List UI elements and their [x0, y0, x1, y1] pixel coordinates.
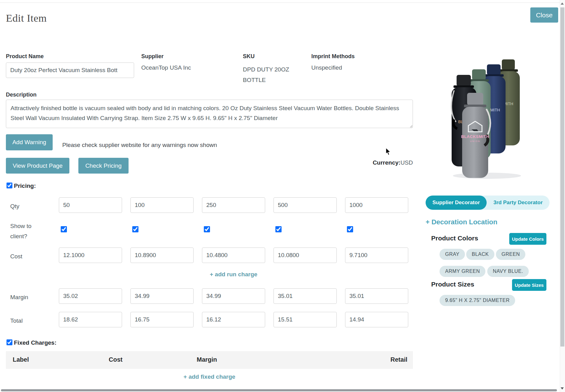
color-chip-navy-blue: NAVY BLUE. — [487, 266, 529, 277]
margin-input-4[interactable] — [274, 288, 337, 304]
fc-header-label: Label — [13, 356, 29, 363]
show-to-client-checkbox-5[interactable] — [347, 226, 353, 232]
modal-top-border — [0, 2, 560, 3]
show-to-client-checkbox-1[interactable] — [61, 226, 67, 232]
imprint-methods-label: Imprint Methods — [311, 53, 355, 60]
product-colors-label: Product Colors — [431, 235, 478, 242]
cost-input-2[interactable] — [130, 248, 194, 263]
imprint-methods-value: Unspecified — [311, 64, 342, 71]
margin-input-5[interactable] — [345, 288, 408, 304]
scroll-up-icon[interactable] — [561, 2, 564, 5]
bottle-gray-front: BLACKSMITH UNION — [461, 93, 490, 178]
margin-row-label: Margin — [10, 292, 41, 302]
fixed-charges-section-label: Fixed Charges: — [14, 339, 56, 346]
show-to-client-checkbox-4[interactable] — [275, 226, 282, 232]
product-name-label: Product Name — [6, 53, 44, 60]
description-textarea[interactable]: Attractively finished bottle is vacuum s… — [6, 100, 413, 128]
scroll-down-icon[interactable] — [561, 387, 564, 390]
cost-row-label: Cost — [10, 251, 41, 261]
cost-input-4[interactable] — [274, 248, 337, 263]
qty-row-label: Qty — [10, 201, 41, 211]
supplier-value: OceanTop USA Inc — [141, 64, 191, 71]
fc-header-cost: Cost — [109, 356, 122, 363]
qty-input-2[interactable] — [130, 197, 194, 213]
product-name-input[interactable] — [6, 62, 134, 78]
qty-input-4[interactable] — [274, 197, 337, 213]
supplier-label: Supplier — [141, 53, 164, 60]
total-row-label: Total — [10, 316, 41, 326]
add-fixed-charge-link[interactable]: + add fixed charge — [6, 373, 413, 380]
fixed-charges-section-checkbox[interactable] — [7, 339, 12, 345]
svg-text:UNION: UNION — [470, 140, 480, 142]
fixed-charges-header-row: Label Cost Margin Retail — [6, 351, 413, 369]
tab-supplier-decorator[interactable]: Supplier Decorator — [426, 196, 487, 210]
fc-header-retail: Retail — [391, 356, 407, 363]
edit-item-modal: Edit Item Close Product Name Supplier SK… — [0, 0, 565, 392]
vertical-scrollbar[interactable] — [560, 0, 565, 392]
update-sizes-button[interactable]: Update Sizes — [512, 279, 546, 291]
add-decoration-location-link[interactable]: + Decoration Location — [426, 218, 497, 226]
fc-header-margin: Margin — [197, 356, 217, 363]
pricing-section-label: Pricing: — [14, 183, 36, 189]
cost-input-5[interactable] — [345, 248, 408, 263]
qty-input-1[interactable] — [59, 197, 122, 213]
currency-value: USD — [401, 159, 413, 166]
add-warning-button[interactable]: Add Warning — [6, 134, 53, 150]
view-product-page-button[interactable]: View Product Page — [6, 158, 69, 174]
show-to-client-checkbox-3[interactable] — [204, 226, 210, 232]
warning-note: Please check supplier website for any wa… — [62, 142, 217, 149]
mouse-cursor-icon — [386, 148, 392, 157]
color-chip-gray: GRAY — [440, 249, 465, 260]
horizontal-scrollbar-thumb[interactable] — [1, 389, 557, 391]
product-image: MITH SMITH SMITH — [450, 56, 527, 179]
qty-input-3[interactable] — [202, 197, 265, 213]
update-colors-button[interactable]: Update Colors — [509, 233, 546, 245]
show-to-client-label: Show to client? — [10, 221, 36, 241]
close-button[interactable]: Close — [530, 7, 558, 23]
margin-input-1[interactable] — [59, 288, 122, 304]
description-label: Description — [6, 92, 37, 98]
cost-input-3[interactable] — [202, 248, 265, 263]
color-chip-army-green: ARMY GREEN — [440, 266, 485, 277]
color-chip-black: BLACK — [466, 249, 494, 260]
total-input-3[interactable] — [202, 312, 265, 327]
svg-text:BLACKSMITH: BLACKSMITH — [461, 134, 489, 139]
margin-input-2[interactable] — [130, 288, 194, 304]
sku-label: SKU — [243, 53, 255, 60]
total-input-5[interactable] — [345, 312, 408, 327]
pricing-section-checkbox[interactable] — [7, 183, 12, 188]
product-sizes-label: Product Sizes — [431, 281, 474, 288]
decorator-toggle: Supplier Decorator 3rd Party Decorator — [426, 196, 550, 210]
currency-display: Currency:USD — [373, 159, 413, 166]
total-input-2[interactable] — [130, 312, 194, 327]
sku-value: DPD DUTY 20OZ BOTTLE — [243, 64, 299, 85]
add-run-charge-link[interactable]: + add run charge — [59, 271, 408, 278]
qty-input-5[interactable] — [345, 197, 408, 213]
cost-input-1[interactable] — [59, 248, 122, 263]
size-chip: 9.65" H X 2.75" DIAMETER — [440, 295, 515, 306]
currency-label: Currency: — [373, 159, 401, 166]
page-title: Edit Item — [6, 12, 47, 24]
total-input-4[interactable] — [274, 312, 337, 327]
vertical-scrollbar-thumb[interactable] — [560, 7, 564, 347]
color-chip-green: GREEN — [496, 249, 525, 260]
tab-3rd-party-decorator[interactable]: 3rd Party Decorator — [487, 196, 550, 210]
margin-input-3[interactable] — [202, 288, 265, 304]
show-to-client-checkbox-2[interactable] — [132, 226, 138, 232]
check-pricing-button[interactable]: Check Pricing — [78, 158, 129, 174]
total-input-1[interactable] — [59, 312, 122, 327]
